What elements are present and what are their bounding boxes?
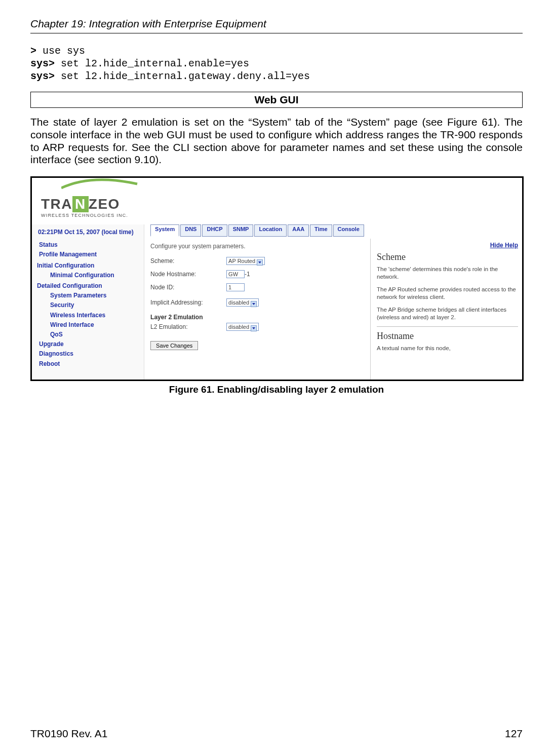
sidebar-item-upgrade[interactable]: Upgrade [36,339,144,349]
logo-text: ZEO [89,196,120,212]
hostname-label: Node Hostname: [150,271,226,278]
hide-help-link[interactable]: Hide Help [490,242,518,249]
cli-prompt: sys> [30,58,55,69]
sidebar-item-diagnostics[interactable]: Diagnostics [36,349,144,359]
page-footer: TR0190 Rev. A1 127 [30,728,523,740]
cli-command: set l2.hide_internal.gateway.deny.all=ye… [55,70,310,82]
sidebar: 02:21PM Oct 15, 2007 (local time) Status… [32,224,144,380]
nodeid-label: Node ID: [150,284,226,291]
hostname-input[interactable]: GW [226,270,245,278]
implicit-select[interactable]: disabled [226,298,259,307]
l2-section-header: Layer 2 Emulation [150,314,364,321]
save-button[interactable]: Save Changes [150,341,198,350]
sidebar-group-initial: Initial Configuration [36,261,144,271]
implicit-label: Implicit Addressing: [150,299,226,306]
cli-prompt: sys> [30,70,55,82]
cli-command: set l2.hide_internal.enable=yes [55,58,249,69]
help-text: The 'scheme' determines this node's role… [377,266,518,281]
tab-dhcp[interactable]: DHCP [202,224,227,237]
tab-time[interactable]: Time [310,224,332,237]
help-heading-scheme: Scheme [377,252,518,262]
tab-dns[interactable]: DNS [180,224,201,237]
tab-system[interactable]: System [150,224,179,237]
help-heading-hostname: Hostname [377,331,518,342]
sidebar-group-detailed: Detailed Configuration [36,281,144,291]
tab-bar: System DNS DHCP SNMP Location AAA Time C… [150,224,364,237]
sidebar-item-wireless[interactable]: Wireless Interfaces [36,311,144,320]
sidebar-item-security[interactable]: Security [36,300,144,310]
cli-block: > use sys sys> set l2.hide_internal.enab… [30,45,523,83]
tab-snmp[interactable]: SNMP [228,224,254,237]
scheme-select[interactable]: AP Routed [226,257,265,265]
nodeid-input[interactable]: 1 [226,283,245,291]
chapter-header: Chapter 19: Integration with Enterprise … [30,18,523,33]
sidebar-item-status[interactable]: Status [36,240,144,250]
cli-command: use sys [36,45,85,57]
section-heading: Web GUI [30,92,523,108]
sidebar-item-wired[interactable]: Wired Interface [36,320,144,330]
hostname-suffix: -1 [245,271,250,278]
scheme-label: Scheme: [150,257,226,264]
tab-aaa[interactable]: AAA [288,224,309,237]
tab-console[interactable]: Console [333,224,364,237]
logo-n-icon: N [72,196,89,212]
cli-prompt: > [30,45,36,57]
help-text: The AP Bridge scheme bridges all client … [377,306,518,321]
logo-subtitle: WIRELESS TECHNOLOGIES INC. [41,213,169,218]
l2emu-label: L2 Emulation: [150,323,226,330]
help-pane: Hide Help Scheme The 'scheme' determines… [370,239,522,380]
help-text: The AP Routed scheme provides routed acc… [377,286,518,301]
figure-caption: Figure 61. Enabling/disabling layer 2 em… [30,384,523,395]
sidebar-item-sysparam[interactable]: System Parameters [36,291,144,300]
webgui-screenshot: TRANZEO WIRELESS TECHNOLOGIES INC. 02:21… [30,176,524,381]
body-paragraph: The state of layer 2 emulation is set on… [30,116,523,166]
logo-swoosh-icon [61,177,142,192]
help-text: A textual name for this node, [377,345,518,352]
config-intro: Configure your system parameters. [150,243,364,250]
sidebar-item-minimal[interactable]: Minimal Configuration [36,271,144,280]
sidebar-item-reboot[interactable]: Reboot [36,359,144,369]
l2emu-select[interactable]: disabled [226,323,259,331]
footer-left: TR0190 Rev. A1 [30,728,108,740]
help-divider [377,326,518,327]
logo-text: TRA [41,196,72,212]
sidebar-item-profile[interactable]: Profile Management [36,250,144,259]
tab-location[interactable]: Location [254,224,287,237]
config-pane: System DNS DHCP SNMP Location AAA Time C… [144,224,370,380]
clock-text: 02:21PM Oct 15, 2007 (local time) [36,225,144,240]
logo: TRANZEO WIRELESS TECHNOLOGIES INC. [32,178,174,224]
footer-right: 127 [505,728,523,740]
sidebar-item-qos[interactable]: QoS [36,330,144,339]
